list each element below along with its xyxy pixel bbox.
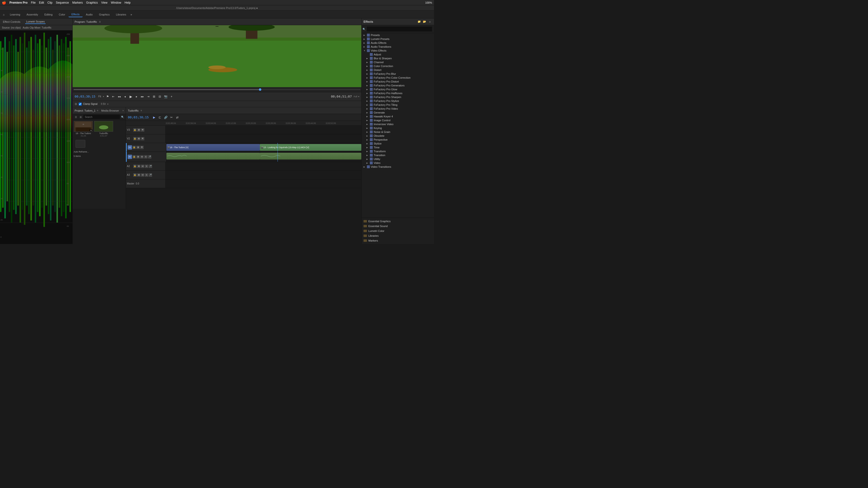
a2-mute-button[interactable]: M bbox=[141, 165, 144, 168]
audio-clip-a1-2[interactable] bbox=[260, 153, 361, 160]
menu-edit[interactable]: Edit bbox=[39, 1, 44, 4]
bit-depth-dropdown[interactable]: ▾ bbox=[107, 103, 108, 105]
effects-item-fxfactory-tiling[interactable]: ▶ FxFactory Pro Tiling bbox=[362, 103, 434, 107]
apple-menu[interactable]: 🍎 bbox=[2, 1, 6, 5]
tab-color[interactable]: Color bbox=[56, 12, 68, 17]
add-marker-button[interactable]: ⚑ bbox=[105, 94, 110, 99]
effects-item-obsolete[interactable]: ▶ Obsolete bbox=[362, 134, 434, 138]
tab-audio[interactable]: Audio bbox=[83, 12, 96, 17]
tab-graphics[interactable]: Graphics bbox=[96, 12, 113, 17]
effects-item-fxfactory-stylize[interactable]: ▶ FxFactory Pro Stylize bbox=[362, 99, 434, 103]
menu-window[interactable]: Window bbox=[111, 1, 121, 4]
v3-hide-button[interactable]: 👁 bbox=[141, 128, 144, 132]
project-item-tudoriffic[interactable]: Tudoriffic 4;51;07 bbox=[94, 121, 113, 137]
a1-mute-button[interactable]: M bbox=[140, 155, 144, 159]
media-browser-tab[interactable]: Media Browser bbox=[101, 109, 119, 112]
quality-dropdown[interactable]: ▾ bbox=[358, 95, 360, 98]
effects-item-color-correction[interactable]: ▶ Color Correction bbox=[362, 64, 434, 68]
expand-panel-icon[interactable]: » bbox=[122, 109, 124, 112]
step-back-button[interactable]: ◂◂ bbox=[117, 94, 122, 99]
effects-item-audio-transitions[interactable]: ▶ Audio Transitions bbox=[362, 45, 434, 48]
program-monitor-menu-icon[interactable]: ≡ bbox=[99, 20, 101, 24]
step-backward-button[interactable]: ◂ bbox=[123, 94, 127, 99]
v3-lock-button[interactable]: 🔒 bbox=[133, 128, 136, 132]
tab-effects[interactable]: Effects bbox=[68, 12, 82, 17]
workspace-more-button[interactable]: » bbox=[130, 13, 132, 16]
libraries-item[interactable]: Libraries bbox=[362, 233, 434, 238]
a1-sync-button[interactable]: ⊠ bbox=[136, 155, 140, 159]
effects-item-hawaiki[interactable]: ▶ Hawaiki Keyer 4 bbox=[362, 115, 434, 118]
menu-file[interactable]: File bbox=[31, 1, 36, 4]
settings-icon[interactable]: ⚙ bbox=[74, 102, 77, 106]
a3-sync-button[interactable]: ⊠ bbox=[137, 173, 141, 177]
v1-lock-button[interactable]: 🔒 bbox=[132, 146, 136, 149]
effects-item-utility[interactable]: ▶ Utility bbox=[362, 157, 434, 161]
essential-graphics-item[interactable]: Essential Graphics bbox=[362, 219, 434, 224]
project-search-input[interactable] bbox=[83, 115, 120, 119]
effects-item-channel[interactable]: ▶ Channel bbox=[362, 60, 434, 64]
project-menu-icon[interactable]: ≡ bbox=[97, 109, 98, 112]
go-to-in-button[interactable]: ⇤ bbox=[111, 94, 116, 99]
essential-sound-item[interactable]: Essential Sound bbox=[362, 224, 434, 228]
tab-assembly[interactable]: Assembly bbox=[24, 12, 41, 17]
go-to-out-button[interactable]: ⇥ bbox=[146, 94, 151, 99]
effects-item-fxfactory-color[interactable]: ▶ FxFactory Pro Color Correction bbox=[362, 76, 434, 79]
effects-item-noise[interactable]: ▶ Noise & Grain bbox=[362, 130, 434, 134]
menu-sequence[interactable]: Sequence bbox=[56, 1, 69, 4]
effects-item-presets[interactable]: ▶ Presets bbox=[362, 33, 434, 37]
a2-record-button[interactable]: 🎤 bbox=[149, 165, 152, 168]
clamp-signal-checkbox[interactable] bbox=[79, 103, 82, 105]
effects-item-generate[interactable]: ▶ Generate bbox=[362, 110, 434, 115]
grid-view-button[interactable]: ⊞ bbox=[79, 115, 83, 119]
lumetri-color-item[interactable]: Lumetri Color bbox=[362, 228, 434, 233]
v3-sync-button[interactable]: ⊠ bbox=[137, 128, 141, 132]
scrubber-head[interactable] bbox=[259, 88, 261, 91]
tab-audio-mixer[interactable]: Audio Clip Mixer: Tudoriffic bbox=[23, 26, 52, 29]
a3-solo-button[interactable]: S bbox=[145, 173, 148, 177]
snap-button[interactable]: ⊏ bbox=[157, 115, 162, 120]
effects-item-fxfactory-glow[interactable]: ▶ FxFactory Pro Glow bbox=[362, 87, 434, 91]
tab-learning[interactable]: Learning bbox=[7, 12, 23, 17]
fit-label[interactable]: Fit bbox=[98, 95, 101, 98]
menu-help[interactable]: Help bbox=[124, 1, 130, 4]
a1-lock-button[interactable]: 🔒 bbox=[132, 155, 136, 159]
linked-selection-button[interactable]: 🔗 bbox=[163, 115, 168, 120]
tab-effect-controls[interactable]: Effect Controls bbox=[2, 20, 21, 24]
settings-button[interactable]: + bbox=[169, 94, 174, 99]
menu-view[interactable]: View bbox=[101, 1, 107, 4]
menu-clip[interactable]: Clip bbox=[48, 1, 53, 4]
a2-lock-button[interactable]: 🔒 bbox=[133, 165, 136, 168]
effects-item-lumetri[interactable]: ▶ Lumetri Presets bbox=[362, 37, 434, 41]
scrubber-track[interactable] bbox=[73, 89, 361, 90]
a3-record-button[interactable]: 🎤 bbox=[149, 173, 152, 177]
timeline-menu[interactable]: ≡ bbox=[141, 109, 142, 112]
effects-item-perspective[interactable]: ▶ Perspective bbox=[362, 138, 434, 141]
clip-squirrel-v1[interactable]: 🎬 13 - Looking for Squirrels (15-May-11)… bbox=[260, 144, 361, 151]
effects-search-input[interactable] bbox=[367, 27, 432, 31]
effects-item-fxfactory-distort[interactable]: ▶ FxFactory Pro Distort bbox=[362, 79, 434, 84]
menu-graphics[interactable]: Graphics bbox=[86, 1, 98, 4]
quality-label[interactable]: Full bbox=[353, 95, 357, 98]
tab-editing[interactable]: Editing bbox=[41, 12, 56, 17]
track-select-forward-button[interactable]: ▶ bbox=[152, 115, 156, 120]
v2-lock-button[interactable]: 🔒 bbox=[133, 137, 136, 140]
markers-item[interactable]: Markers bbox=[362, 238, 434, 243]
effects-item-stylize[interactable]: ▶ Stylize bbox=[362, 141, 434, 145]
auto-reframe-item[interactable]: Auto Reframe... bbox=[73, 150, 126, 154]
effects-item-image-control[interactable]: ▶ Image Control bbox=[362, 118, 434, 122]
v2-hide-button[interactable]: 👁 bbox=[141, 137, 144, 140]
a2-solo-button[interactable]: S bbox=[145, 165, 148, 168]
audio-clip-a1[interactable] bbox=[166, 153, 260, 160]
search-button[interactable]: 🔍 bbox=[120, 115, 125, 119]
v1-hide-button[interactable]: 👁 bbox=[140, 146, 144, 149]
tab-libraries[interactable]: Libraries bbox=[113, 12, 129, 17]
effects-item-fxfactory-sharpen[interactable]: ▶ FxFactory Pro Sharpen bbox=[362, 95, 434, 99]
a3-mute-button[interactable]: M bbox=[141, 173, 144, 177]
effects-item-fxfactory-halftones[interactable]: ▶ FxFactory Pro Halftones bbox=[362, 91, 434, 95]
add-edit-button[interactable]: ✂ bbox=[169, 115, 174, 120]
monitor-scrubber-bar[interactable] bbox=[73, 87, 361, 92]
track-content-a1[interactable] bbox=[166, 152, 361, 162]
effects-menu-button[interactable]: ≡ bbox=[428, 20, 432, 24]
tab-source[interactable]: Source: (no clips) bbox=[2, 26, 21, 29]
step-ahead-button[interactable]: ▸▸ bbox=[140, 94, 145, 99]
